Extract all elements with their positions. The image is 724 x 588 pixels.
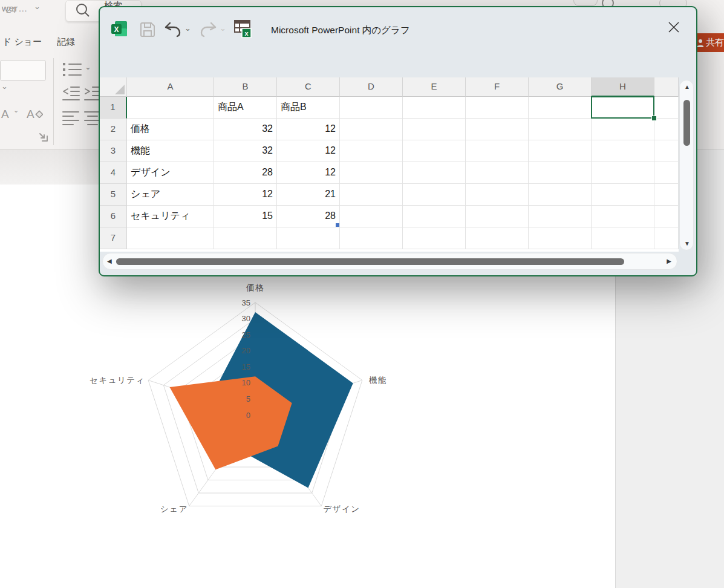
- cell-G1[interactable]: [529, 97, 592, 119]
- column-header-E[interactable]: E: [403, 77, 466, 97]
- cell-F2[interactable]: [466, 119, 529, 140]
- chart-data-window[interactable]: X ⌄ ⌄ x Microsoft PowerPoint 内のグラフ: [99, 6, 697, 276]
- row-header-4[interactable]: 4: [100, 162, 127, 184]
- cell-E6[interactable]: [403, 206, 466, 227]
- cell-F4[interactable]: [466, 162, 529, 184]
- cell-C3[interactable]: 12: [277, 140, 340, 162]
- row-header-1[interactable]: 1: [100, 97, 127, 119]
- cell-E2[interactable]: [403, 119, 466, 140]
- column-header-H[interactable]: H: [592, 77, 654, 97]
- column-header-D[interactable]: D: [340, 77, 403, 97]
- cell-C7[interactable]: [277, 227, 340, 249]
- cell-E7[interactable]: [403, 227, 466, 249]
- cell-E4[interactable]: [403, 162, 466, 184]
- cell-F7[interactable]: [466, 227, 529, 249]
- data-range-handle[interactable]: [336, 223, 339, 227]
- cell-B1[interactable]: 商品A: [214, 97, 277, 119]
- scroll-down-arrow[interactable]: ▼: [684, 240, 690, 247]
- spreadsheet-grid[interactable]: ABCDEFGH1商品A商品B2価格32123機能32124デザイン28125シ…: [100, 77, 679, 252]
- cell-A2[interactable]: 価格: [127, 119, 214, 140]
- cell-B7[interactable]: [214, 227, 277, 249]
- cell-D6[interactable]: [340, 206, 403, 227]
- fill-handle[interactable]: [651, 116, 657, 121]
- tab-slideshow-fragment[interactable]: ド ショー: [2, 36, 42, 48]
- change-case-button[interactable]: A: [1, 108, 9, 121]
- column-header-A[interactable]: A: [127, 77, 214, 97]
- cell-H6[interactable]: [592, 206, 654, 227]
- chevron-down-icon[interactable]: ⌄: [85, 64, 91, 70]
- cell-E5[interactable]: [403, 184, 466, 206]
- cell-C4[interactable]: 12: [277, 162, 340, 184]
- vertical-scrollbar[interactable]: ▲ ▼: [679, 80, 694, 250]
- cell-H2[interactable]: [592, 119, 654, 140]
- cell-D1[interactable]: [340, 97, 403, 119]
- cell-C1[interactable]: 商品B: [277, 97, 340, 119]
- column-header-B[interactable]: B: [214, 77, 277, 97]
- cell-G5[interactable]: [529, 184, 592, 206]
- cell-D2[interactable]: [340, 119, 403, 140]
- edit-data-in-excel-icon[interactable]: x: [234, 20, 252, 38]
- cell-A4[interactable]: デザイン: [127, 162, 214, 184]
- cell-A5[interactable]: シェア: [127, 184, 214, 206]
- row-header-6[interactable]: 6: [100, 206, 127, 227]
- vertical-scrollbar-thumb[interactable]: [683, 100, 690, 146]
- bullet-list-icon[interactable]: [62, 62, 83, 79]
- cell-D4[interactable]: [340, 162, 403, 184]
- selected-cell-outline[interactable]: [591, 96, 654, 119]
- scroll-right-arrow[interactable]: ▶: [667, 258, 671, 264]
- cell-C5[interactable]: 21: [277, 184, 340, 206]
- cell-B2[interactable]: 32: [214, 119, 277, 140]
- cell-C2[interactable]: 12: [277, 119, 340, 140]
- cell-G6[interactable]: [529, 206, 592, 227]
- decrease-indent-icon[interactable]: [62, 85, 80, 101]
- cell-A6[interactable]: セキュリティ: [127, 206, 214, 227]
- align-left-icon[interactable]: [62, 111, 80, 125]
- cell-B4[interactable]: 28: [214, 162, 277, 184]
- cell-G2[interactable]: [529, 119, 592, 140]
- cell-H7[interactable]: [592, 227, 654, 249]
- scroll-left-arrow[interactable]: ◀: [107, 258, 112, 264]
- redo-icon[interactable]: [198, 21, 217, 38]
- chevron-down-icon[interactable]: ⌄: [1, 83, 8, 90]
- cell-E3[interactable]: [403, 140, 466, 162]
- cell-F1[interactable]: [466, 97, 529, 119]
- row-header-2[interactable]: 2: [100, 119, 127, 140]
- cell-C6[interactable]: 28: [277, 206, 340, 227]
- save-icon[interactable]: [140, 22, 155, 38]
- cell-F5[interactable]: [466, 184, 529, 206]
- font-size-combobox[interactable]: [0, 60, 46, 81]
- close-icon[interactable]: [667, 21, 680, 34]
- dialog-launcher-icon[interactable]: [38, 131, 48, 142]
- column-header-G[interactable]: G: [529, 77, 592, 97]
- cell-G7[interactable]: [529, 227, 592, 249]
- cell-H5[interactable]: [592, 184, 654, 206]
- cell-F6[interactable]: [466, 206, 529, 227]
- cell-A1[interactable]: [127, 97, 214, 119]
- cell-B5[interactable]: 12: [214, 184, 277, 206]
- cell-H4[interactable]: [592, 162, 654, 184]
- column-header-F[interactable]: F: [466, 77, 529, 97]
- row-header-3[interactable]: 3: [100, 140, 127, 162]
- row-header-5[interactable]: 5: [100, 184, 127, 206]
- cell-G4[interactable]: [529, 162, 592, 184]
- cell-D7[interactable]: [340, 227, 403, 249]
- share-button[interactable]: 共有: [693, 33, 724, 52]
- tab-record[interactable]: 記録: [57, 36, 75, 48]
- cell-B6[interactable]: 15: [214, 206, 277, 227]
- column-header-C[interactable]: C: [277, 77, 340, 97]
- undo-chevron-icon[interactable]: ⌄: [184, 25, 191, 31]
- cell-F3[interactable]: [466, 140, 529, 162]
- scroll-up-arrow[interactable]: ▲: [684, 83, 690, 90]
- row-header-7[interactable]: 7: [100, 227, 127, 249]
- cell-B3[interactable]: 32: [214, 140, 277, 162]
- cell-A7[interactable]: [127, 227, 214, 249]
- horizontal-scrollbar[interactable]: ◀ ▶: [102, 253, 677, 270]
- chevron-down-icon[interactable]: ⌄: [34, 4, 41, 10]
- cell-H3[interactable]: [592, 140, 654, 162]
- horizontal-scrollbar-thumb[interactable]: [116, 258, 624, 265]
- cell-D3[interactable]: [340, 140, 403, 162]
- undo-icon[interactable]: [164, 21, 183, 38]
- cell-E1[interactable]: [403, 97, 466, 119]
- cell-A3[interactable]: 機能: [127, 140, 214, 162]
- select-all-corner[interactable]: [100, 77, 127, 97]
